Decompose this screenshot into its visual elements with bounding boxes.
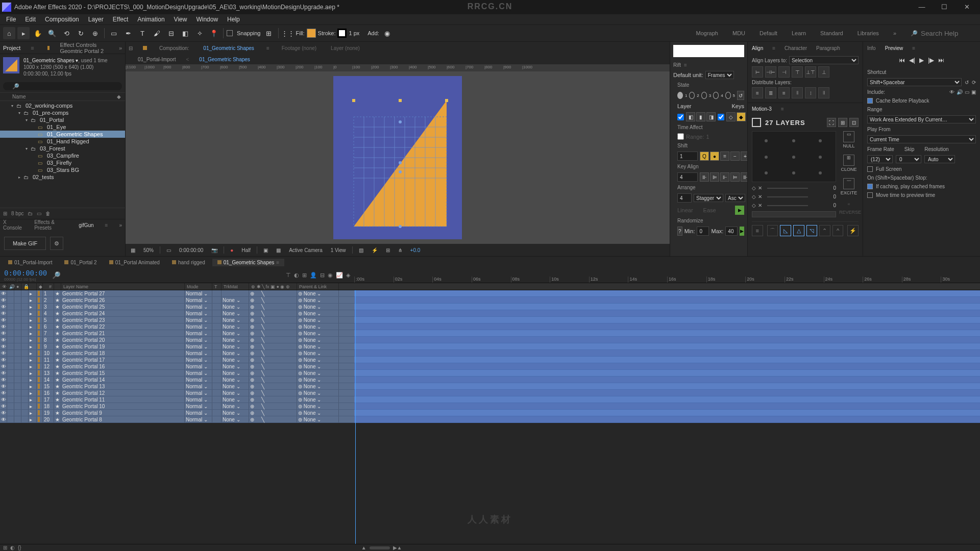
- min-input[interactable]: [697, 227, 709, 236]
- m3-grid-icon[interactable]: ⊞: [838, 118, 847, 127]
- new-folder-icon[interactable]: 🗀: [28, 211, 33, 216]
- rectangle-tool[interactable]: ▭: [108, 27, 120, 39]
- shift-p[interactable]: ●: [710, 152, 719, 161]
- interpret-icon[interactable]: ⊞: [3, 211, 7, 216]
- m3-target-icon[interactable]: ⊡: [849, 118, 859, 127]
- tree-folder[interactable]: ▾🗀02_working-comps: [0, 102, 125, 109]
- rand-help-icon[interactable]: ?: [677, 227, 682, 236]
- play-from-select[interactable]: Current Time: [867, 135, 976, 143]
- zoom-value[interactable]: 50%: [141, 247, 156, 253]
- close-button[interactable]: ✕: [955, 0, 978, 14]
- keys-check[interactable]: [718, 114, 724, 120]
- tree-folder[interactable]: ▾🗀03_Forest: [0, 145, 125, 152]
- paragraph-tab[interactable]: Paragraph: [816, 45, 840, 51]
- layer-row[interactable]: 👁▸1★Geomtric Portal 27Normal ⌄⊕╲⊚ None ⌄: [0, 290, 354, 297]
- m3-kf3-icon[interactable]: ◇: [752, 203, 756, 208]
- reset-icon[interactable]: ↺: [965, 80, 969, 85]
- menu-animation[interactable]: Animation: [133, 16, 168, 23]
- resolution-select[interactable]: Half: [239, 247, 253, 253]
- label-column-icon[interactable]: ◆: [117, 94, 121, 99]
- eraser-tool[interactable]: ◧: [179, 27, 191, 39]
- composition-name[interactable]: 01_Geometric Shapes: [201, 45, 256, 51]
- lb2[interactable]: ▮: [696, 112, 705, 121]
- layer-bar[interactable]: [354, 403, 980, 410]
- align-to-select[interactable]: Selection: [789, 56, 859, 64]
- layer-row[interactable]: 👁▸20★Geomtric Portal 8Normal ⌄None ⌄⊕╲⊚ …: [0, 416, 354, 423]
- tree-folder[interactable]: ▾🗀01_pre-comps: [0, 109, 125, 116]
- resolution-icon[interactable]: ▭: [164, 247, 173, 253]
- workspace-mograph[interactable]: Mograph: [696, 30, 718, 36]
- flowchart-icon[interactable]: ⋔: [396, 247, 404, 253]
- include-audio-icon[interactable]: 🔊: [957, 89, 963, 95]
- m3-null-button[interactable]: ▭NULL: [839, 131, 859, 148]
- magnification-icon[interactable]: ▦: [129, 247, 137, 253]
- layer-tab[interactable]: Layer (none): [329, 45, 362, 51]
- layer-bar[interactable]: [354, 304, 980, 310]
- info-tab[interactable]: Info: [867, 45, 876, 51]
- motion3-tab[interactable]: Motion-3: [752, 106, 772, 112]
- shift-eq[interactable]: =: [720, 152, 729, 161]
- state-5[interactable]: [725, 92, 731, 99]
- gifgun-settings-icon[interactable]: ⚙: [50, 237, 63, 250]
- align-right-icon[interactable]: ⊣: [778, 66, 790, 78]
- layer-bar[interactable]: [354, 363, 980, 370]
- m3-curve5-icon[interactable]: ⌃: [819, 225, 830, 236]
- new-comp-icon[interactable]: ▭: [37, 211, 41, 216]
- selection-tool[interactable]: ▸: [17, 27, 30, 39]
- first-frame-icon[interactable]: ⏮: [899, 57, 905, 64]
- comp-name[interactable]: 01_Geometric Shapes ▾: [23, 58, 78, 63]
- fast-preview-icon[interactable]: ⚡: [370, 247, 380, 253]
- workspace-default[interactable]: Default: [760, 30, 777, 36]
- workspace-standard[interactable]: Standard: [820, 30, 843, 36]
- timeline-tab[interactable]: 01_Portal Animated: [104, 259, 165, 266]
- col-num[interactable]: #: [43, 283, 54, 290]
- col-mode[interactable]: Mode: [185, 283, 212, 290]
- timeline-tab[interactable]: 01_Geometric Shapes ≡: [212, 259, 284, 266]
- anchor-tool[interactable]: ⊕: [89, 27, 101, 39]
- tree-folder[interactable]: ▸🗀02_tests: [0, 173, 125, 181]
- tree-comp[interactable]: ▭03_Firefly: [0, 159, 125, 166]
- playhead[interactable]: [355, 290, 356, 544]
- layer-bar[interactable]: [354, 337, 980, 343]
- stroke-width[interactable]: 1 px: [349, 30, 359, 36]
- breadcrumb-item[interactable]: 01_Portal-Import: [138, 57, 176, 62]
- workspace-learn[interactable]: Learn: [792, 30, 806, 36]
- timeline-search-input[interactable]: [52, 271, 281, 279]
- menu-view[interactable]: View: [170, 16, 191, 23]
- footage-tab[interactable]: Footage (none): [280, 45, 318, 51]
- roi-icon[interactable]: ▣: [261, 247, 270, 253]
- time-ruler[interactable]: :00s02s04s06s08s10s12s14s16s18s20s22s24s…: [354, 268, 980, 283]
- col-audio-icon[interactable]: 🔊: [7, 283, 14, 290]
- res-select[interactable]: Auto: [924, 155, 955, 163]
- max-input[interactable]: [725, 227, 738, 236]
- state-1[interactable]: [677, 92, 683, 99]
- menu-layer[interactable]: Layer: [84, 16, 108, 23]
- stagger-select[interactable]: Stagger: [694, 194, 723, 202]
- col-switches[interactable]: ⊕ ✱ ╲ fx ▣ ● ◉ ⊕: [249, 283, 297, 290]
- composition-canvas[interactable]: [333, 76, 462, 239]
- tl-marker-icon[interactable]: ◈: [346, 272, 350, 279]
- m3-curve1-icon[interactable]: ⌒: [767, 225, 778, 236]
- tl-toggle1-icon[interactable]: ⊞: [3, 545, 7, 550]
- timecode[interactable]: 0:00:00:00: [4, 269, 47, 277]
- dist-4-icon[interactable]: ⫴: [792, 87, 803, 98]
- proj-twirl-icon[interactable]: [4, 94, 12, 99]
- motion3-anchor-grid[interactable]: [752, 131, 836, 182]
- unit-select[interactable]: Frames: [705, 71, 734, 79]
- framerate-select[interactable]: (12): [867, 155, 893, 163]
- make-gif-button[interactable]: Make GIF: [4, 237, 46, 250]
- layer-row[interactable]: 👁▸15★Geomtric Portal 13Normal ⌄None ⌄⊕╲⊚…: [0, 383, 354, 390]
- layer-bar[interactable]: [354, 370, 980, 377]
- layer-row[interactable]: 👁▸6★Geomtric Portal 22Normal ⌄None ⌄⊕╲⊚ …: [0, 323, 354, 330]
- shape-opts-icon[interactable]: ⋮⋮: [282, 27, 294, 39]
- tl-opt2-icon[interactable]: ◐: [294, 272, 299, 279]
- ka4[interactable]: ⊨: [730, 172, 740, 182]
- add-menu-icon[interactable]: ◉: [381, 27, 394, 39]
- gifgun-tab[interactable]: gifGun: [79, 222, 93, 228]
- breadcrumb-item[interactable]: 01_Geometric Shapes: [199, 57, 250, 62]
- stroke-swatch[interactable]: [337, 29, 347, 38]
- col-trkmat[interactable]: TrkMat: [222, 283, 249, 290]
- include-overlay-icon[interactable]: ▭: [965, 89, 969, 95]
- m3-clone-button[interactable]: ⊞CLONE: [839, 155, 859, 172]
- tree-comp[interactable]: ▭01_Geometric Shapes: [0, 131, 125, 138]
